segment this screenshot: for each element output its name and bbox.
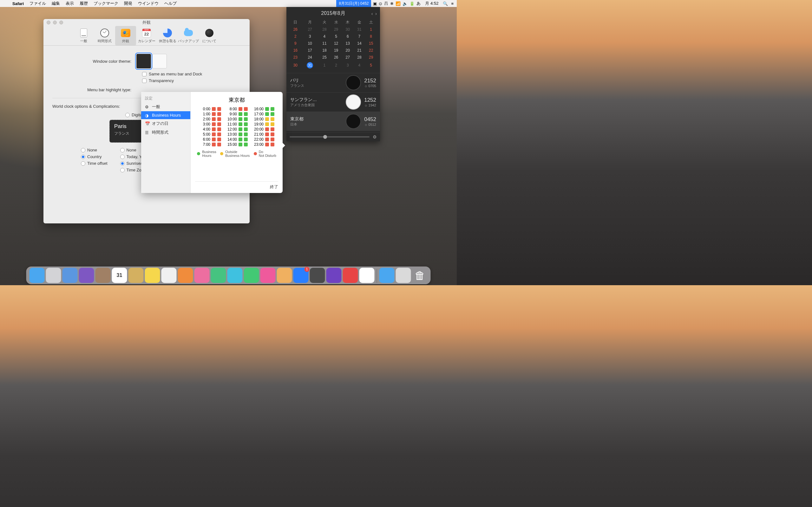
hour-row[interactable]: 18:00: [252, 117, 274, 121]
hour-row[interactable]: 21:00: [252, 132, 274, 136]
hour-block[interactable]: [270, 122, 274, 126]
hour-block[interactable]: [212, 127, 216, 131]
hour-row[interactable]: 17:00: [252, 112, 274, 116]
calendar-day[interactable]: 5: [365, 61, 377, 70]
hour-block[interactable]: [244, 137, 248, 141]
tray-icon[interactable]: ❄: [390, 1, 394, 6]
quit-button[interactable]: 終了: [270, 184, 278, 189]
dock-app[interactable]: 1: [293, 268, 309, 283]
hour-block[interactable]: [212, 117, 216, 121]
hour-block[interactable]: [265, 122, 269, 126]
menu-window[interactable]: ウインドウ: [135, 1, 161, 6]
menu-edit[interactable]: 編集: [49, 1, 63, 6]
tab-appearance[interactable]: 🎭外観: [115, 26, 136, 45]
calendar-day[interactable]: 8: [365, 33, 377, 40]
hour-block[interactable]: [212, 143, 216, 147]
time-slider[interactable]: [290, 136, 369, 137]
hour-row[interactable]: 13:00: [225, 132, 248, 136]
hour-block[interactable]: [265, 127, 269, 131]
calendar-day[interactable]: 5: [330, 33, 342, 40]
calendar-day[interactable]: 31: [301, 61, 319, 70]
radio-digital[interactable]: Digital: [125, 112, 143, 117]
hour-block[interactable]: [239, 132, 242, 136]
calendar-day[interactable]: 14: [354, 40, 365, 47]
hour-block[interactable]: [244, 122, 248, 126]
world-clock-row[interactable]: 東京都日本0452☼ 0512: [287, 112, 380, 131]
hour-block[interactable]: [265, 107, 269, 111]
radio-option[interactable]: Time offset: [81, 161, 107, 166]
calendar-day[interactable]: 30: [290, 61, 301, 70]
dock-app[interactable]: [260, 268, 275, 283]
dock-app[interactable]: [129, 268, 144, 283]
dock-app[interactable]: [30, 268, 45, 283]
dock-app[interactable]: [277, 268, 292, 283]
hour-row[interactable]: 11:00: [225, 122, 248, 126]
hour-block[interactable]: [244, 143, 248, 147]
dock-app[interactable]: [96, 268, 111, 283]
calendar-day[interactable]: 16: [290, 47, 301, 54]
hour-block[interactable]: [217, 117, 221, 121]
hour-row[interactable]: 2:00: [199, 117, 221, 121]
menu-bookmarks[interactable]: ブックマーク: [91, 1, 121, 6]
spotlight-icon[interactable]: 🔍: [441, 1, 450, 6]
calendar-day[interactable]: 29: [330, 26, 342, 33]
theme-dark-swatch[interactable]: [136, 54, 151, 68]
dock-app[interactable]: [194, 268, 210, 283]
next-month-button[interactable]: ›: [375, 11, 377, 16]
calendar-day[interactable]: 22: [365, 47, 377, 54]
tab-general[interactable]: 一般: [73, 26, 94, 45]
calendar-day[interactable]: 25: [319, 54, 331, 61]
menu-history[interactable]: 履歴: [77, 1, 91, 6]
hour-block[interactable]: [239, 117, 242, 121]
hour-row[interactable]: 3:00: [199, 122, 221, 126]
hour-block[interactable]: [212, 112, 216, 116]
calendar-day[interactable]: 24: [301, 54, 319, 61]
hour-row[interactable]: 0:00: [199, 107, 221, 111]
tab-calendar[interactable]: MAR22カレンダー: [136, 26, 157, 45]
calendar-day[interactable]: 6: [342, 33, 354, 40]
calendar-day[interactable]: 3: [301, 33, 319, 40]
calendar-day[interactable]: 2: [330, 61, 342, 70]
hour-row[interactable]: 6:00: [199, 137, 221, 142]
calendar-day[interactable]: 28: [319, 26, 331, 33]
hour-block[interactable]: [239, 143, 242, 147]
hour-block[interactable]: [217, 107, 221, 111]
menubar-date-pill[interactable]: 8月31日(月) 0452: [336, 0, 371, 7]
tray-icon[interactable]: 吕: [384, 1, 388, 6]
hour-row[interactable]: 12:00: [225, 127, 248, 131]
gear-icon[interactable]: ⚙: [373, 134, 377, 139]
hour-block[interactable]: [217, 112, 221, 116]
hour-row[interactable]: 22:00: [252, 137, 274, 142]
calendar-day[interactable]: 10: [301, 40, 319, 47]
hour-row[interactable]: 14:00: [225, 137, 248, 142]
hour-block[interactable]: [265, 143, 269, 147]
hour-block[interactable]: [265, 112, 269, 116]
calendar-day[interactable]: 3: [342, 61, 354, 70]
hour-block[interactable]: [212, 132, 216, 136]
calendar-day[interactable]: 26: [330, 54, 342, 61]
calendar-day[interactable]: 4: [319, 33, 331, 40]
tab-about[interactable]: について: [199, 26, 220, 45]
hour-block[interactable]: [239, 112, 242, 116]
dock-app[interactable]: [396, 268, 411, 283]
sidebar-item[interactable]: ⚙一般: [141, 102, 190, 111]
dock-app[interactable]: [211, 268, 226, 283]
dock-app[interactable]: [310, 268, 325, 283]
dock-app[interactable]: [326, 268, 342, 283]
calendar-day[interactable]: 23: [290, 54, 301, 61]
hour-row[interactable]: 4:00: [199, 127, 221, 131]
dock-app[interactable]: [343, 268, 358, 283]
dock-app[interactable]: [227, 268, 243, 283]
window-titlebar[interactable]: 外観: [44, 19, 250, 26]
calendar-day[interactable]: 2: [290, 33, 301, 40]
prev-month-button[interactable]: ‹: [371, 11, 373, 16]
calendar-day[interactable]: 7: [354, 33, 365, 40]
hour-block[interactable]: [239, 107, 242, 111]
calendar-day[interactable]: 17: [301, 47, 319, 54]
hour-block[interactable]: [265, 137, 269, 141]
menu-view[interactable]: 表示: [63, 1, 77, 6]
tab-break[interactable]: 休憩を取る: [157, 26, 178, 45]
hour-block[interactable]: [239, 122, 242, 126]
calendar-day[interactable]: 21: [354, 47, 365, 54]
calendar-day[interactable]: 1: [319, 61, 331, 70]
